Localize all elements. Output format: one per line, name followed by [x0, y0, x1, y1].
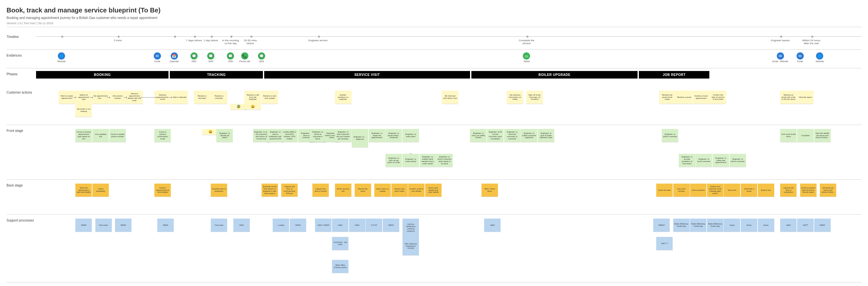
phase-boiler-upgrade: BOILER UPGRADE	[471, 71, 638, 78]
evidence-icon: ✉	[777, 52, 784, 60]
evidence-tablet: ▭Tablet	[523, 52, 530, 63]
note: Input notes on update	[374, 184, 391, 196]
evidence-icon: ✉	[797, 52, 804, 60]
phase-booking: BOOKING	[36, 71, 168, 78]
note: Fast track	[211, 219, 227, 232]
note: HMA	[780, 219, 797, 232]
note: Locally SMS to send ETA instead / ETA tr…	[281, 129, 298, 142]
note: WMIS	[115, 219, 131, 232]
evidence-label: Email	[154, 60, 161, 63]
evidence-email: ✉Email	[154, 52, 161, 63]
note: Record the result	[355, 184, 371, 196]
note: Fast track	[95, 219, 112, 232]
note: email to present with the link to the jo…	[800, 184, 816, 196]
customer-track: Want to repair appointmentSelect an appo…	[36, 90, 862, 122]
row-label-phases: Phases	[6, 71, 36, 76]
note: SAP?	[797, 219, 814, 232]
page-meta: Version 1.0 | Tom Kerr | 26-11-2018	[6, 22, 862, 27]
phase-job-report: JOB REPORT	[639, 71, 709, 78]
note: HMA	[349, 219, 366, 232]
note: Engineer: to look up the parts on-order	[385, 154, 402, 167]
evidence-phone-call: 📞Phone call	[239, 52, 250, 63]
timeline-label: Within 24 hours after the visit	[802, 39, 821, 45]
note: HW1 / Store items	[482, 184, 498, 196]
evidence-website: 🌐Website	[57, 52, 66, 63]
note: Estimate arrival time based on engineer'…	[261, 184, 278, 196]
note: Check availability	[92, 184, 109, 196]
note: Engineer: to visual check .. heational	[385, 129, 402, 142]
row-label-customer: Customer actions	[6, 90, 36, 94]
note: Back office (Carbon point)	[332, 260, 348, 273]
timeline-dot	[811, 36, 813, 38]
note: Generate a quote	[741, 184, 757, 196]
note: Store parts details and order details	[425, 184, 441, 196]
note: Engineer: to collect customer signature	[521, 129, 537, 142]
note: 😀	[245, 104, 261, 110]
note: Receive a call from the engineer	[245, 91, 261, 104]
note: Come to update phone number	[110, 129, 126, 142]
note: Verse	[724, 219, 740, 232]
note: Engineer: to explain parts needed and to…	[420, 154, 436, 167]
timeline-label: In the morning on the day	[221, 39, 240, 45]
front-track: Come to choose appointment type based on…	[36, 128, 862, 177]
note: WMIS	[157, 219, 174, 232]
timeline-label: 1 day before	[204, 39, 218, 42]
note: Boiler Efficiency Guide App	[673, 219, 690, 232]
evidence-icon: 💬	[258, 52, 265, 60]
note: Receive an email with a link to the job …	[780, 91, 797, 104]
note: Receive a reminder	[211, 91, 227, 104]
note: Get advisory information on safety	[507, 91, 523, 104]
evidence-icon: 💬	[207, 52, 214, 60]
note: Engineer: to decide job status	[216, 129, 233, 142]
note: Input Q/C number	[673, 184, 690, 196]
note: Book a slot	[758, 184, 774, 196]
note: Verse	[758, 219, 774, 232]
timeline-dot	[61, 36, 63, 38]
note: Inform patients	[690, 184, 706, 196]
note: Engineer: to look at boiler efficiency d…	[538, 129, 554, 142]
note: Confirm appointment & send details	[154, 184, 171, 196]
evidence-icon: ✉	[154, 52, 161, 60]
note: Verse	[741, 219, 757, 232]
row-label-support: Support processes	[6, 217, 36, 222]
note: WMIS	[814, 219, 831, 232]
back-track: Store the appointment type and detailsCh…	[36, 182, 862, 205]
note: Enter new job info	[335, 184, 351, 196]
note: Boiler Efficiency Guide App	[690, 219, 706, 232]
note: Engineer: to inform customer	[662, 129, 678, 142]
note: HMA	[484, 219, 500, 232]
page-title: Book, track and manage service blueprint…	[6, 6, 862, 14]
note: A promise ...job HWX	[332, 237, 348, 250]
arrow	[106, 97, 110, 98]
evidence-label: SMS	[227, 60, 234, 63]
evidence-icon: 🌐	[58, 52, 65, 60]
note: Engineer: to chat customer info and revi…	[335, 129, 351, 142]
note: Receive the quote & link ready	[659, 91, 676, 104]
timeline-label: Complete the service	[517, 39, 536, 45]
note: Engineer: to fill out job summary once c…	[487, 129, 503, 142]
note: Engineer: to order parts	[403, 129, 419, 142]
evidence-sms: 💬SMS	[190, 52, 198, 63]
evidence-icon: 📞	[241, 52, 248, 60]
note: Capture the time of completion	[780, 184, 797, 196]
timeline-dot	[526, 36, 528, 38]
timeline-label: 5 mins	[114, 39, 122, 42]
note: Engineer: to book customer	[695, 154, 712, 167]
note: Add to calendar	[172, 91, 188, 104]
note: Dispatch jobs to engineers	[211, 184, 227, 196]
note: Be informed with what's next	[442, 91, 458, 104]
arrow	[140, 97, 157, 98]
note: Store info	[724, 184, 740, 196]
evidence-label: Email · Website	[772, 60, 788, 63]
note: Engineer: to order part(s)	[403, 154, 419, 167]
note: Search and parts finder	[392, 184, 408, 196]
note: Confirm order & cost details	[408, 184, 425, 196]
note: Locally	[273, 219, 289, 232]
timeline-dot	[211, 36, 213, 38]
note: Come to present confirmation email	[154, 129, 171, 142]
note: K-FOX	[366, 219, 382, 232]
timeline-label: Engineer leaves	[770, 39, 790, 42]
note: SAP / ?	[656, 237, 673, 250]
row-label-timeline: Timeline	[6, 34, 36, 39]
evidence-label: Email	[797, 60, 804, 63]
